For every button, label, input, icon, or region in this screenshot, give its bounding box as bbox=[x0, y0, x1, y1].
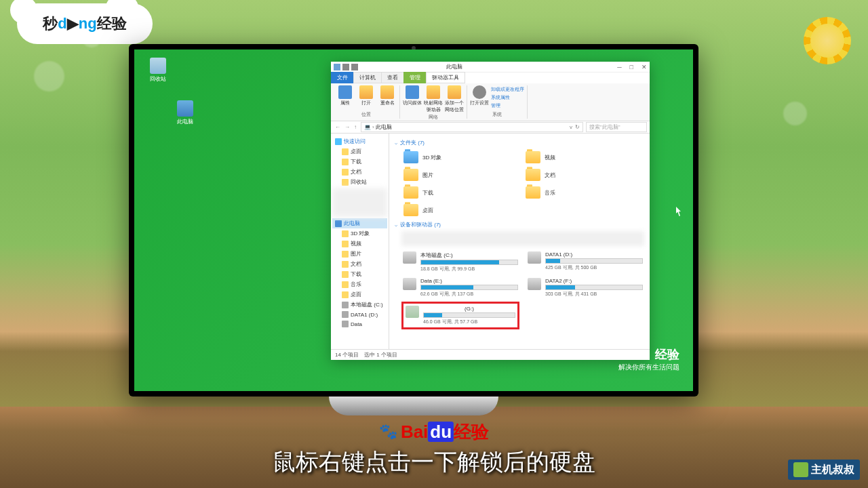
channel-logo: 主机叔叔 bbox=[788, 460, 860, 480]
baidu-logo: Baidu经验 bbox=[379, 420, 489, 444]
ribbon-manage[interactable]: 管理 bbox=[491, 102, 524, 110]
avatar-icon bbox=[793, 462, 808, 477]
drive-d[interactable]: DATA1 (D:) 425 GB 可用, 共 500 GB bbox=[526, 250, 644, 274]
folder-pictures[interactable]: 图片 bbox=[401, 167, 522, 183]
folder-3d[interactable]: 3D 对象 bbox=[401, 149, 522, 165]
ribbon-addloc[interactable]: 添加一个网络位置 bbox=[445, 85, 464, 113]
folder-music[interactable]: 音乐 bbox=[524, 184, 644, 201]
sb-data[interactable]: Data bbox=[332, 319, 387, 329]
sb-music[interactable]: 音乐 bbox=[332, 279, 387, 289]
sb-pictures[interactable]: 图片 bbox=[332, 249, 387, 259]
sb-dl[interactable]: 下载 bbox=[332, 269, 387, 279]
sb-recycle[interactable]: 回收站 bbox=[332, 177, 387, 187]
folders-header[interactable]: 文件夹 (7) bbox=[395, 136, 644, 149]
search-input[interactable]: 搜索"此电脑" bbox=[586, 122, 647, 132]
ribbon-open[interactable]: 打开 bbox=[357, 85, 376, 106]
window-title: 此电脑 bbox=[358, 63, 617, 70]
drive-icon bbox=[403, 251, 416, 264]
ribbon-tabs: 文件 计算机 查看 管理 驱动器工具 bbox=[331, 73, 650, 83]
screen-watermark: 经验 解决你所有生活问题 bbox=[618, 346, 679, 372]
sb-quick[interactable]: 快速访问 bbox=[332, 136, 387, 146]
video-subtitle: 鼠标右键点击一下解锁后的硬盘 bbox=[273, 447, 595, 478]
paw-icon bbox=[379, 423, 398, 442]
breadcrumb[interactable]: 💻›此电脑 v↻ bbox=[361, 122, 583, 132]
sb-thispc[interactable]: 此电脑 bbox=[332, 218, 387, 228]
minimize-button[interactable]: ─ bbox=[617, 64, 621, 70]
tab-manage[interactable]: 管理 bbox=[403, 72, 427, 83]
drive-f[interactable]: DATA2 (F:) 303 GB 可用, 共 431 GB bbox=[526, 277, 644, 299]
nav-pane: 快速访问 桌面 下载 文档 回收站 此电脑 3D 对象 视频 图片 文档 下载 … bbox=[331, 134, 389, 349]
title-bar[interactable]: 此电脑 ─ □ ✕ bbox=[331, 62, 650, 73]
tab-view[interactable]: 查看 bbox=[381, 72, 404, 83]
drives-header[interactable]: 设备和驱动器 (7) bbox=[395, 218, 644, 231]
drive-c[interactable]: 本地磁盘 (C:) 18.8 GB 可用, 共 99.9 GB bbox=[401, 250, 519, 274]
nav-up[interactable]: ↑ bbox=[353, 124, 358, 130]
this-pc-icon[interactable]: 此电脑 bbox=[172, 100, 199, 125]
ribbon-media[interactable]: 访问媒体 bbox=[403, 85, 422, 106]
maximize-button[interactable]: □ bbox=[630, 64, 633, 70]
ribbon-uninstall[interactable]: 卸载或更改程序 bbox=[491, 85, 524, 94]
file-explorer-window: 此电脑 ─ □ ✕ 文件 计算机 查看 管理 驱动器工具 属性 打开 bbox=[331, 62, 650, 360]
tab-file[interactable]: 文件 bbox=[331, 72, 354, 83]
ribbon-rename[interactable]: 重命名 bbox=[378, 85, 397, 106]
monitor-frame: 回收站 此电脑 此电脑 ─ □ ✕ 文件 计算机 查看 管理 驱动器工具 bbox=[129, 44, 698, 396]
ribbon-mapnet[interactable]: 映射网络驱动器 bbox=[424, 85, 443, 113]
tab-drivetools[interactable]: 驱动器工具 bbox=[426, 72, 465, 83]
ribbon: 属性 打开 重命名 位置 访问媒体 映射网络驱动器 添加一个网络位置 网络 bbox=[331, 83, 650, 121]
folder-videos[interactable]: 视频 bbox=[524, 149, 644, 165]
sb-docs[interactable]: 文档 bbox=[332, 259, 387, 269]
recycle-bin-icon[interactable]: 回收站 bbox=[144, 58, 172, 83]
sb-documents[interactable]: 文档 bbox=[332, 167, 387, 177]
sb-downloads[interactable]: 下载 bbox=[332, 157, 387, 167]
content-pane[interactable]: 文件夹 (7) 3D 对象 视频 图片 文档 下载 音乐 桌面 设备和驱动器 (… bbox=[389, 134, 650, 349]
ribbon-settings[interactable]: 打开设置 bbox=[470, 85, 489, 106]
folder-documents[interactable]: 文档 bbox=[524, 167, 644, 183]
nav-back[interactable]: ← bbox=[334, 124, 342, 130]
desktop-screen[interactable]: 回收站 此电脑 此电脑 ─ □ ✕ 文件 计算机 查看 管理 驱动器工具 bbox=[134, 49, 693, 391]
tab-computer[interactable]: 计算机 bbox=[353, 72, 382, 83]
ribbon-sysprops[interactable]: 系统属性 bbox=[491, 94, 524, 102]
close-button[interactable]: ✕ bbox=[642, 64, 647, 70]
drive-g-highlighted[interactable]: (G:) 46.0 GB 可用, 共 57.7 GB bbox=[401, 302, 519, 329]
mouse-cursor bbox=[676, 207, 683, 216]
address-bar: ← → ↑ 💻›此电脑 v↻ 搜索"此电脑" bbox=[331, 121, 650, 134]
drive-e[interactable]: Data (E:) 62.6 GB 可用, 共 137 GB bbox=[401, 277, 519, 299]
sb-desk[interactable]: 桌面 bbox=[332, 289, 387, 300]
miaodong-logo: 秒d▶ng经验 bbox=[17, 3, 153, 44]
sb-desktop[interactable]: 桌面 bbox=[332, 146, 387, 157]
folder-downloads[interactable]: 下载 bbox=[401, 184, 522, 201]
sun-decoration bbox=[804, 17, 851, 64]
sb-3d[interactable]: 3D 对象 bbox=[332, 228, 387, 239]
ribbon-properties[interactable]: 属性 bbox=[336, 85, 355, 106]
sb-localc[interactable]: 本地磁盘 (C:) bbox=[332, 300, 387, 310]
status-bar: 14 个项目 选中 1 个项目 bbox=[331, 349, 650, 360]
folder-desktop[interactable]: 桌面 bbox=[401, 202, 522, 218]
sb-data1[interactable]: DATA1 (D:) bbox=[332, 310, 387, 319]
locked-drive-icon bbox=[406, 306, 419, 318]
nav-fwd[interactable]: → bbox=[343, 124, 351, 130]
sb-videos[interactable]: 视频 bbox=[332, 239, 387, 249]
